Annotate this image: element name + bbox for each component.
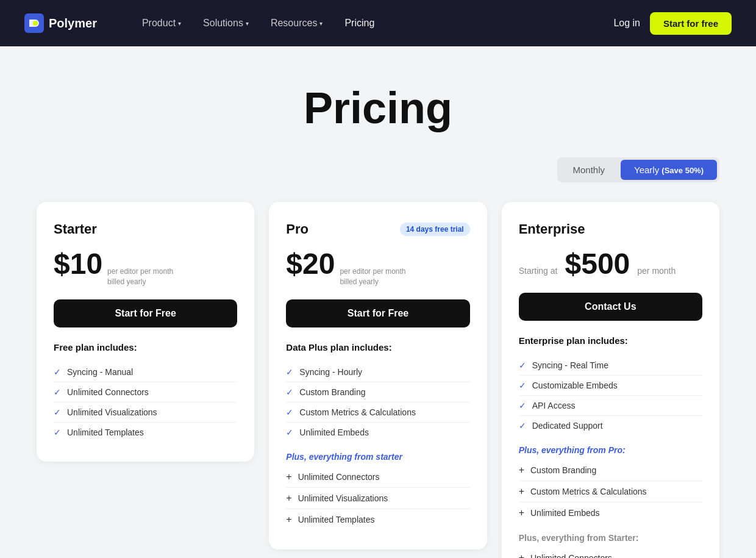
plus-icon: + — [519, 553, 524, 558]
plus-icon: + — [519, 486, 524, 497]
enterprise-price-per-month: per month — [637, 266, 676, 276]
list-item: ✓ Customizable Embeds — [519, 376, 702, 396]
list-item: + Unlimited Visualizations — [286, 488, 469, 509]
nav-product[interactable]: Product ▾ — [134, 13, 190, 34]
check-icon: ✓ — [286, 367, 293, 377]
check-icon: ✓ — [54, 407, 61, 417]
check-icon: ✓ — [519, 381, 526, 390]
pro-card: Pro 14 days free trial $20 per editor pe… — [269, 202, 487, 549]
pro-price-row: $20 per editor per month billed yearly — [286, 247, 469, 287]
list-item: + Unlimited Connectors — [519, 548, 702, 558]
starter-feature-list: ✓ Syncing - Manual ✓ Unlimited Connector… — [54, 362, 237, 442]
chevron-down-icon: ▾ — [178, 20, 181, 27]
pro-price-meta: per editor per month billed yearly — [340, 266, 405, 287]
check-icon: ✓ — [54, 427, 61, 437]
enterprise-header: Enterprise — [519, 221, 702, 237]
starter-price-amount: $10 — [54, 247, 102, 281]
check-icon: ✓ — [519, 360, 526, 370]
list-item: ✓ Syncing - Real Time — [519, 356, 702, 376]
enterprise-price-starting: Starting at — [519, 266, 558, 276]
pro-header: Pro 14 days free trial — [286, 221, 469, 237]
starter-header: Starter — [54, 221, 237, 237]
plus-icon: + — [286, 514, 291, 525]
chevron-down-icon: ▾ — [319, 20, 323, 27]
list-item: ✓ Custom Branding — [286, 382, 469, 402]
enterprise-plan-name: Enterprise — [519, 221, 585, 237]
billing-toggle-wrapper: Monthly Yearly (Save 50%) — [37, 157, 719, 182]
monthly-toggle[interactable]: Monthly — [560, 160, 619, 180]
starter-card: Starter $10 per editor per month billed … — [37, 202, 254, 462]
nav-links: Product ▾ Solutions ▾ Resources ▾ Pricin… — [134, 13, 613, 34]
plus-icon: + — [519, 507, 524, 518]
yearly-badge: (Save 50%) — [661, 166, 704, 175]
starter-plan-name: Starter — [54, 221, 97, 237]
list-item: ✓ API Access — [519, 396, 702, 416]
check-icon: ✓ — [286, 387, 293, 397]
page-title: Pricing — [37, 83, 719, 133]
pro-feature-list: ✓ Syncing - Hourly ✓ Custom Branding ✓ C… — [286, 362, 469, 442]
pro-includes-title: Data Plus plan includes: — [286, 342, 469, 352]
list-item: + Unlimited Templates — [286, 509, 469, 530]
enterprise-price-amount: $500 — [565, 247, 630, 281]
enterprise-plus-feature-list: + Custom Branding + Custom Metrics & Cal… — [519, 460, 702, 523]
starter-cta-button[interactable]: Start for Free — [54, 299, 237, 327]
enterprise-plus-feature-list2: + Unlimited Connectors + Unlimited Visua… — [519, 548, 702, 558]
pro-price-amount: $20 — [286, 247, 335, 281]
nav-actions: Log in Start for free — [613, 12, 732, 35]
list-item: ✓ Unlimited Templates — [54, 423, 237, 442]
check-icon: ✓ — [54, 387, 61, 397]
free-trial-badge: 14 days free trial — [400, 223, 470, 236]
check-icon: ✓ — [54, 367, 61, 377]
enterprise-price-row: Starting at $500 per month — [519, 247, 702, 281]
check-icon: ✓ — [286, 427, 293, 437]
nav-resources[interactable]: Resources ▾ — [262, 13, 331, 34]
chevron-down-icon: ▾ — [246, 20, 249, 27]
yearly-label: Yearly — [634, 165, 659, 175]
list-item: + Custom Metrics & Calculations — [519, 481, 702, 503]
pricing-grid: Starter $10 per editor per month billed … — [37, 202, 719, 558]
starter-includes-title: Free plan includes: — [54, 342, 237, 352]
list-item: ✓ Unlimited Embeds — [286, 423, 469, 442]
starter-price-row: $10 per editor per month billed yearly — [54, 247, 237, 287]
yearly-toggle[interactable]: Yearly (Save 50%) — [621, 160, 717, 180]
navbar: Polymer Product ▾ Solutions ▾ Resources … — [0, 0, 756, 46]
pro-cta-button[interactable]: Start for Free — [286, 299, 469, 327]
list-item: + Unlimited Connectors — [286, 467, 469, 488]
enterprise-plus-from-title: Plus, everything from Pro: — [519, 445, 702, 455]
list-item: + Unlimited Embeds — [519, 503, 702, 523]
svg-point-1 — [33, 21, 38, 26]
list-item: ✓ Custom Metrics & Calculations — [286, 402, 469, 423]
plus-icon: + — [286, 493, 291, 504]
list-item: ✓ Dedicated Support — [519, 416, 702, 435]
starter-price-meta: per editor per month billed yearly — [107, 266, 173, 287]
page-content: Pricing Monthly Yearly (Save 50%) Starte… — [12, 46, 744, 558]
plus-icon: + — [286, 471, 291, 482]
pro-plus-from-title: Plus, everything from starter — [286, 452, 469, 462]
enterprise-cta-button[interactable]: Contact Us — [519, 293, 702, 321]
enterprise-feature-list: ✓ Syncing - Real Time ✓ Customizable Emb… — [519, 356, 702, 435]
nav-start-button[interactable]: Start for free — [650, 12, 732, 35]
check-icon: ✓ — [519, 401, 526, 410]
enterprise-includes-title: Enterprise plan includes: — [519, 335, 702, 346]
billing-toggle: Monthly Yearly (Save 50%) — [557, 157, 720, 182]
logo-text: Polymer — [49, 16, 97, 30]
nav-solutions[interactable]: Solutions ▾ — [194, 13, 257, 34]
list-item: ✓ Unlimited Visualizations — [54, 402, 237, 423]
plus-icon: + — [519, 465, 524, 476]
enterprise-card: Enterprise Starting at $500 per month Co… — [502, 202, 719, 558]
list-item: + Custom Branding — [519, 460, 702, 481]
pro-plus-feature-list: + Unlimited Connectors + Unlimited Visua… — [286, 467, 469, 530]
list-item: ✓ Syncing - Manual — [54, 362, 237, 382]
enterprise-plus-from2-title: Plus, everything from Starter: — [519, 533, 702, 543]
logo[interactable]: Polymer — [24, 13, 97, 33]
nav-pricing[interactable]: Pricing — [336, 13, 383, 34]
check-icon: ✓ — [286, 407, 293, 417]
pro-plan-name: Pro — [286, 221, 308, 237]
list-item: ✓ Syncing - Hourly — [286, 362, 469, 382]
login-link[interactable]: Log in — [613, 18, 640, 29]
logo-icon — [24, 13, 44, 33]
list-item: ✓ Unlimited Connectors — [54, 382, 237, 402]
check-icon: ✓ — [519, 421, 526, 431]
